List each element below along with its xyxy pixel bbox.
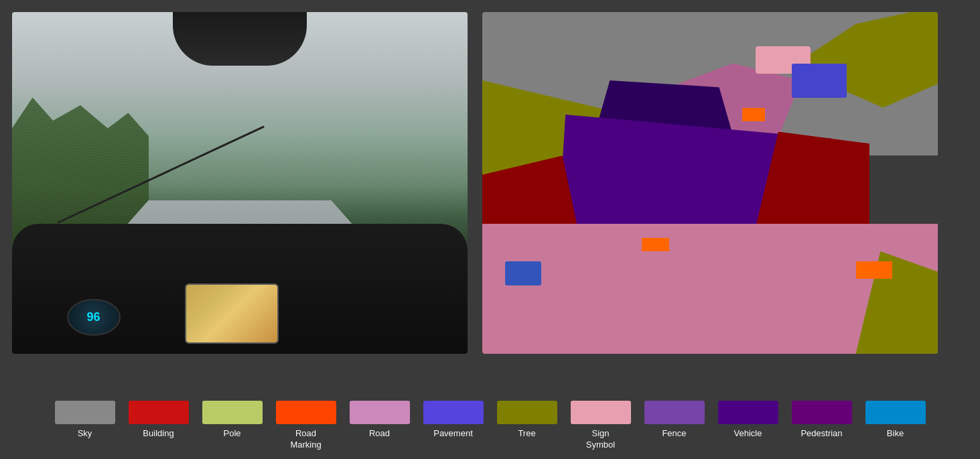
legend-label-pole: Pole [223, 428, 240, 440]
photo-scene: 96 [12, 12, 468, 354]
legend-swatch-pole [202, 401, 263, 424]
legend-label-building: Building [143, 428, 173, 440]
legend-item-fence: Fence [641, 401, 708, 440]
legend-swatch-vehicle [718, 401, 778, 424]
legend-swatch-pedestrian [792, 401, 852, 424]
speedometer: 96 [67, 299, 121, 336]
legend-item-vehicle: Vehicle [715, 401, 782, 440]
dashcam-image-panel: 96 [12, 12, 468, 354]
legend-item-bike: Bike [862, 401, 929, 440]
legend-label-pavement: Pavement [433, 428, 473, 440]
legend-item-sign-symbol: SignSymbol [567, 401, 634, 451]
nav-map [186, 285, 277, 342]
rearview-mirror [173, 12, 307, 66]
legend-label-tree: Tree [518, 428, 535, 440]
legend-swatch-bike [865, 401, 926, 424]
legend-item-sky: Sky [52, 401, 119, 440]
legend-swatch-tree [497, 401, 557, 424]
legend-item-building: Building [125, 401, 192, 440]
legend-label-pedestrian: Pedestrian [800, 428, 842, 440]
seg-blue-vehicle-1 [792, 64, 847, 98]
legend-item-pedestrian: Pedestrian [788, 401, 855, 440]
car-dashboard: 96 [12, 224, 468, 354]
legend-label-sign-symbol: SignSymbol [586, 428, 615, 451]
legend-label-vehicle: Vehicle [734, 428, 762, 440]
legend-item-tree: Tree [494, 401, 561, 440]
legend-swatch-pavement [423, 401, 484, 424]
legend-item-road-marking: RoadMarking [273, 401, 340, 451]
legend-item-road: Road [346, 401, 413, 440]
speed-value: 96 [87, 310, 100, 324]
legend-item-pavement: Pavement [420, 401, 487, 440]
legend-label-bike: Bike [887, 428, 904, 440]
legend-label-fence: Fence [662, 428, 686, 440]
seg-orange-3 [856, 261, 892, 279]
legend-label-road: Road [369, 428, 390, 440]
legend-swatch-fence [644, 401, 705, 424]
images-row: 96 [0, 0, 980, 394]
legend-item-pole: Pole [199, 401, 266, 440]
legend-swatch-building [129, 401, 189, 424]
legend-swatch-road-marking [276, 401, 336, 424]
segmentation-image-panel [482, 12, 938, 354]
legend-label-sky: Sky [78, 428, 92, 440]
seg-orange-1 [742, 108, 765, 121]
legend-row: SkyBuildingPoleRoadMarkingRoadPavementTr… [0, 394, 980, 459]
legend-swatch-sign-symbol [571, 401, 631, 424]
legend-swatch-road [350, 401, 410, 424]
seg-blue-vehicle-2 [505, 261, 541, 285]
seg-scene [482, 12, 938, 354]
legend-swatch-sky [55, 401, 115, 424]
seg-orange-2 [642, 238, 669, 251]
legend-label-road-marking: RoadMarking [290, 428, 321, 451]
navigation-screen [185, 283, 279, 344]
